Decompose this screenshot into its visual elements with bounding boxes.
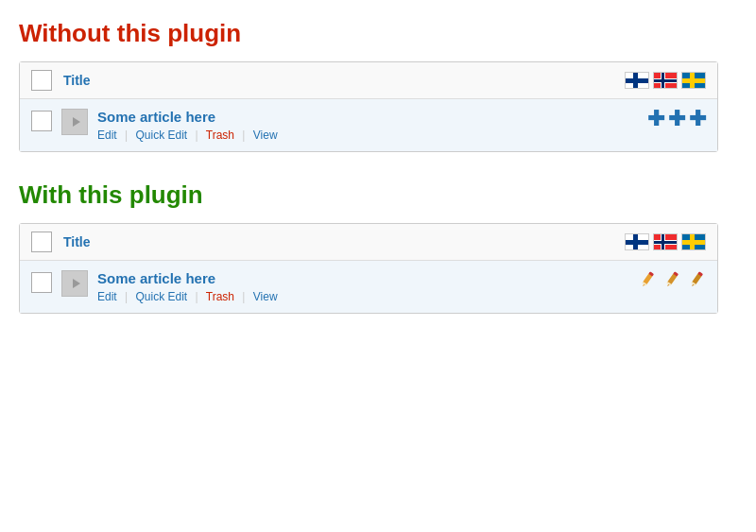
- with-row-icons: [636, 270, 706, 291]
- with-finland-flag-icon: [625, 233, 649, 250]
- edit-link[interactable]: Edit: [97, 129, 117, 142]
- with-table-row: Some article here Edit | Quick Edit | Tr…: [20, 261, 717, 313]
- with-norway-flag-icon: [653, 233, 678, 250]
- finland-flag-icon: [625, 72, 649, 89]
- header-checkbox[interactable]: [31, 70, 52, 91]
- with-separator-2: |: [196, 290, 198, 303]
- with-section: With this plugin Title: [19, 180, 737, 314]
- with-row-checkbox[interactable]: [31, 272, 52, 293]
- without-section: Without this plugin Title: [19, 19, 737, 152]
- without-table-row: Some article here Edit | Quick Edit | Tr…: [20, 99, 717, 151]
- with-view-link[interactable]: View: [253, 290, 278, 303]
- pencil-icon-3: [685, 270, 706, 291]
- svg-marker-1: [73, 279, 80, 288]
- without-table-header: Title: [20, 62, 717, 99]
- row-content: Some article here Edit | Quick Edit | Tr…: [97, 109, 638, 142]
- pencil-icon-2: [661, 270, 681, 291]
- with-separator-1: |: [125, 290, 128, 303]
- plus-icon-3: ✚: [689, 109, 706, 129]
- row-checkbox[interactable]: [31, 111, 52, 131]
- view-link[interactable]: View: [253, 129, 278, 142]
- header-title-col: Title: [63, 73, 625, 88]
- row-article-title[interactable]: Some article here: [97, 109, 638, 125]
- with-table: Title Some article here Edit: [19, 223, 718, 314]
- separator-1: |: [125, 129, 128, 142]
- norway-flag-icon: [653, 72, 678, 89]
- with-table-header: Title: [20, 224, 717, 261]
- row-thumbnail: [61, 109, 88, 135]
- with-title: With this plugin: [19, 180, 737, 210]
- separator-2: |: [196, 129, 198, 142]
- header-flag-icons: [625, 72, 706, 89]
- without-table: Title Some article here Edit: [19, 61, 718, 152]
- with-separator-3: |: [242, 290, 245, 303]
- with-edit-link[interactable]: Edit: [97, 290, 117, 303]
- separator-3: |: [242, 129, 245, 142]
- with-sweden-flag-icon: [681, 233, 706, 250]
- svg-marker-0: [73, 117, 80, 127]
- with-trash-link[interactable]: Trash: [206, 290, 234, 303]
- with-header-title-col: Title: [63, 234, 625, 249]
- plus-icon-1: ✚: [647, 109, 664, 129]
- with-row-thumbnail: [61, 270, 88, 297]
- without-title: Without this plugin: [19, 19, 737, 48]
- trash-link[interactable]: Trash: [206, 129, 234, 142]
- with-row-article-title[interactable]: Some article here: [97, 270, 627, 286]
- plus-icon-2: ✚: [668, 109, 685, 129]
- quick-edit-link[interactable]: Quick Edit: [136, 129, 188, 142]
- with-quick-edit-link[interactable]: Quick Edit: [136, 290, 188, 303]
- row-actions: Edit | Quick Edit | Trash | View: [97, 129, 638, 142]
- with-header-checkbox[interactable]: [31, 232, 52, 252]
- sweden-flag-icon: [681, 72, 706, 89]
- with-header-flag-icons: [625, 233, 706, 250]
- with-row-actions: Edit | Quick Edit | Trash | View: [97, 290, 627, 303]
- with-row-content: Some article here Edit | Quick Edit | Tr…: [97, 270, 627, 303]
- pencil-icon-1: [636, 270, 657, 291]
- without-row-icons: ✚ ✚ ✚: [647, 109, 706, 129]
